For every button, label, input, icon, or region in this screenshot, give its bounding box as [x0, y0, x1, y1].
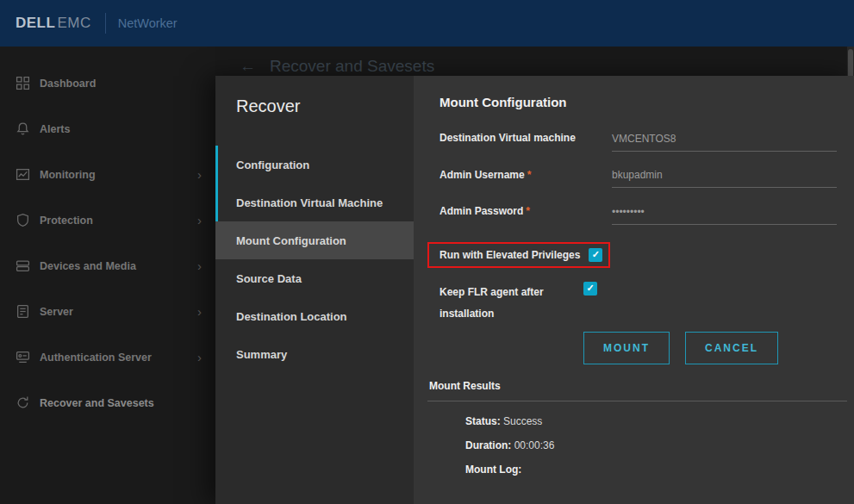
step-label: Destination Location	[236, 310, 347, 323]
recover-wizard-nav: Recover Configuration Destination Virtua…	[215, 76, 414, 504]
field-label: Admin Username*	[439, 169, 612, 189]
top-header-bar: DELLEMC NetWorker	[0, 0, 854, 47]
required-asterisk: *	[527, 169, 532, 181]
step-label: Destination Virtual Machine	[236, 196, 383, 209]
dialog-title: Recover	[215, 96, 414, 116]
result-status-line: Status: Success	[465, 415, 837, 427]
networker-app-screen: DELLEMC NetWorker ← Recover and Savesets…	[0, 0, 854, 504]
field-label-text: Destination Virtual machine	[439, 132, 576, 144]
chevron-right-icon: ›	[197, 259, 202, 272]
sidebar-item-label: Dashboard	[40, 78, 202, 90]
result-duration-line: Duration: 00:00:36	[465, 439, 837, 451]
sidebar-item-protection[interactable]: Protection ›	[0, 197, 215, 243]
dashboard-icon	[16, 76, 30, 90]
brand-emc: EMC	[57, 15, 90, 32]
elevated-privileges-row: Run with Elevated Privileges ✓	[439, 242, 837, 268]
step-summary[interactable]: Summary	[215, 335, 414, 373]
bell-icon	[16, 121, 30, 136]
devices-icon	[16, 258, 30, 273]
field-label: Destination Virtual machine	[439, 132, 612, 152]
step-label: Mount Configuration	[236, 234, 346, 247]
chevron-right-icon: ›	[197, 351, 202, 364]
chevron-right-icon: ›	[197, 305, 202, 318]
chevron-right-icon: ›	[197, 168, 202, 181]
panel-title: Mount Configuration	[439, 95, 837, 109]
back-arrow-icon[interactable]: ←	[240, 57, 256, 76]
elevated-privileges-checkbox[interactable]: ✓	[589, 248, 602, 262]
wizard-steps: Configuration Destination Virtual Machin…	[215, 146, 414, 373]
check-mark-icon: ✓	[586, 283, 594, 294]
chevron-right-icon: ›	[197, 214, 202, 227]
field-label: Admin Password*	[439, 205, 612, 225]
sidebar-item-label: Protection	[40, 215, 197, 227]
recover-icon	[16, 395, 30, 410]
check-mark-icon: ✓	[592, 249, 600, 260]
sidebar-item-label: Authentication Server	[40, 352, 197, 364]
destination-vm-input[interactable]: VMCENTOS8	[612, 133, 837, 152]
mount-log-label: Mount Log:	[465, 464, 521, 476]
shield-icon	[16, 213, 30, 227]
step-label: Summary	[236, 348, 287, 361]
sidebar-item-label: Monitoring	[40, 169, 197, 181]
keep-flr-agent-label: Keep FLR agent after installation	[439, 282, 583, 325]
mount-configuration-panel: Mount Configuration Destination Virtual …	[414, 76, 854, 504]
field-row-destination-vm: Destination Virtual machine VMCENTOS8	[439, 132, 837, 152]
sidebar: Dashboard Alerts Monitoring › Protection…	[0, 47, 215, 504]
page-title: Recover and Savesets	[270, 57, 434, 76]
sidebar-item-label: Server	[40, 306, 197, 318]
admin-username-input[interactable]: bkupadmin	[612, 169, 837, 188]
dialog-button-row: MOUNT CANCEL	[583, 332, 837, 364]
elevated-privileges-label: Run with Elevated Privileges	[439, 249, 580, 261]
header-divider	[105, 13, 106, 34]
mount-results: Status: Success Duration: 00:00:36 Mount…	[439, 401, 837, 476]
elevated-privileges-highlight-box: Run with Elevated Privileges ✓	[427, 242, 610, 268]
field-label-text: Admin Password	[439, 205, 523, 217]
step-label: Configuration	[236, 159, 309, 171]
sidebar-item-label: Recover and Savesets	[40, 397, 202, 409]
status-label: Status:	[465, 415, 501, 427]
step-label: Source Data	[236, 272, 302, 285]
status-value: Success	[503, 415, 542, 427]
monitoring-chart-icon	[16, 167, 30, 182]
sidebar-item-devices-and-media[interactable]: Devices and Media ›	[0, 243, 215, 289]
step-mount-configuration[interactable]: Mount Configuration	[215, 221, 414, 259]
field-row-admin-username: Admin Username* bkupadmin	[439, 169, 837, 189]
brand-dell: DELL	[16, 15, 55, 32]
duration-label: Duration:	[465, 439, 511, 451]
mount-results-heading: Mount Results	[429, 380, 837, 392]
sidebar-item-monitoring[interactable]: Monitoring ›	[0, 152, 215, 197]
sidebar-item-server[interactable]: Server ›	[0, 289, 215, 334]
keep-flr-agent-row: Keep FLR agent after installation ✓	[439, 282, 837, 325]
cancel-button[interactable]: CANCEL	[685, 332, 778, 364]
sidebar-item-label: Alerts	[40, 123, 202, 135]
server-icon	[16, 304, 30, 319]
sidebar-item-authentication-server[interactable]: Authentication Server ›	[0, 334, 215, 380]
sidebar-item-recover-and-savesets[interactable]: Recover and Savesets	[0, 380, 215, 426]
auth-server-icon	[16, 350, 30, 364]
sidebar-item-alerts[interactable]: Alerts	[0, 106, 215, 152]
admin-password-input[interactable]: •••••••••	[612, 206, 837, 225]
page-title-row: ← Recover and Savesets	[240, 57, 434, 76]
step-destination-location[interactable]: Destination Location	[215, 297, 414, 335]
dell-emc-logo: DELLEMC	[16, 15, 91, 32]
sidebar-item-label: Devices and Media	[40, 260, 197, 272]
keep-flr-agent-checkbox[interactable]: ✓	[583, 282, 597, 296]
field-label-text: Admin Username	[439, 169, 525, 181]
required-asterisk: *	[526, 205, 530, 217]
duration-value: 00:00:36	[514, 439, 555, 451]
mount-button[interactable]: MOUNT	[583, 332, 670, 364]
app-name: NetWorker	[118, 16, 178, 30]
field-row-admin-password: Admin Password* •••••••••	[439, 205, 837, 225]
step-destination-virtual-machine[interactable]: Destination Virtual Machine	[215, 184, 414, 221]
recover-dialog: Recover Configuration Destination Virtua…	[215, 76, 854, 504]
sidebar-item-dashboard[interactable]: Dashboard	[0, 60, 215, 106]
result-mount-log-line: Mount Log:	[465, 464, 837, 476]
step-configuration[interactable]: Configuration	[215, 146, 414, 184]
step-source-data[interactable]: Source Data	[215, 259, 414, 297]
